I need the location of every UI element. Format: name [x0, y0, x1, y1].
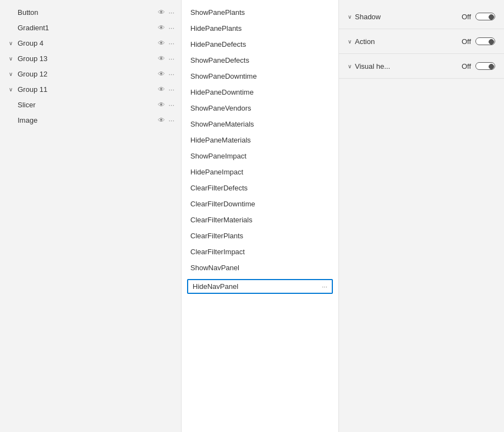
left-item-image[interactable]: Image👁···	[0, 112, 181, 128]
middle-item-1[interactable]: HidePanePlants	[182, 20, 338, 36]
left-panel: Button👁···Gradient1👁···∨Group 4👁···∨Grou…	[0, 0, 182, 432]
toggle-thumb-shadow	[489, 14, 494, 20]
toggle-container-visual-he	[475, 62, 495, 70]
row-value-shadow: Off	[462, 13, 471, 21]
middle-item-10[interactable]: HidePaneImpact	[182, 164, 338, 180]
more-options-icon[interactable]: ···	[168, 85, 174, 94]
left-item-gradient1[interactable]: Gradient1👁···	[0, 20, 181, 35]
chevron-icon: ∨	[9, 71, 17, 77]
middle-item-9[interactable]: ShowPaneImpact	[182, 148, 338, 164]
separator-action	[339, 53, 504, 54]
left-item-slicer[interactable]: Slicer👁···	[0, 97, 181, 112]
row-label-visual-he: Visual he...	[355, 62, 462, 70]
toggle-container-shadow	[475, 12, 495, 21]
middle-item-12[interactable]: ClearFilterDowntime	[182, 196, 338, 212]
right-row-visual-he: ∨ Visual he... Off	[339, 56, 504, 76]
eye-icon[interactable]: 👁	[158, 8, 165, 17]
separator-shadow	[339, 29, 504, 29]
middle-item-8[interactable]: HidePaneMaterials	[182, 132, 338, 148]
toggle-track-action	[475, 37, 495, 45]
toggle-track-visual-he	[475, 62, 495, 70]
row-label-action: Action	[355, 37, 462, 46]
middle-item-0[interactable]: ShowPanePlants	[182, 4, 338, 20]
item-label-group11: Group 11	[18, 85, 158, 94]
item-icons-slicer: 👁···	[158, 101, 174, 109]
middle-item-3[interactable]: ShowPaneDefects	[182, 52, 338, 68]
middle-panel: ShowPanePlantsHidePanePlantsHidePaneDefe…	[182, 0, 339, 432]
item-icons-group13: 👁···	[158, 54, 174, 63]
middle-item-14[interactable]: ClearFilterPlants	[182, 228, 338, 244]
toggle-track-shadow	[475, 13, 495, 20]
middle-item-11[interactable]: ClearFilterDefects	[182, 180, 338, 196]
toggle-thumb-visual-he	[489, 64, 494, 69]
chevron-icon: ∨	[9, 40, 17, 46]
row-value-visual-he: Off	[462, 62, 471, 70]
item-label-group12: Group 12	[18, 70, 158, 78]
more-options-icon[interactable]: ···	[168, 8, 174, 17]
left-item-group11[interactable]: ∨Group 11👁···	[0, 81, 181, 97]
chevron-icon: ∨	[9, 86, 17, 92]
item-icons-group12: 👁···	[158, 70, 174, 78]
row-value-action: Off	[462, 37, 471, 46]
chevron-icon-visual-he: ∨	[348, 63, 352, 69]
right-row-action: ∨ Action Off	[339, 31, 504, 51]
active-input-container: ···	[187, 279, 333, 294]
middle-item-7[interactable]: ShowPaneMaterials	[182, 116, 338, 132]
toggle-thumb-action	[489, 39, 494, 45]
item-label-button: Button	[18, 8, 158, 17]
item-label-image: Image	[18, 116, 158, 124]
left-item-group4[interactable]: ∨Group 4👁···	[0, 35, 181, 51]
more-options-icon[interactable]: ···	[168, 70, 174, 78]
middle-item-2[interactable]: HidePaneDefects	[182, 36, 338, 52]
item-icons-image: 👁···	[158, 116, 174, 124]
right-row-shadow: ∨ Shadow Off	[339, 7, 504, 26]
item-label-group13: Group 13	[18, 54, 158, 63]
middle-item-6[interactable]: ShowPaneVendors	[182, 100, 338, 116]
eye-icon[interactable]: 👁	[158, 24, 165, 32]
more-options-icon[interactable]: ···	[168, 24, 174, 32]
item-label-group4: Group 4	[18, 39, 158, 47]
toggle-container-action	[475, 37, 495, 46]
left-item-group12[interactable]: ∨Group 12👁···	[0, 66, 181, 81]
eye-icon[interactable]: 👁	[158, 39, 165, 47]
more-options-icon[interactable]: ···	[168, 101, 174, 109]
item-label-gradient1: Gradient1	[18, 24, 158, 32]
chevron-icon-action: ∨	[348, 39, 352, 45]
separator-visual-he	[339, 78, 504, 79]
item-label-slicer: Slicer	[18, 101, 158, 109]
item-icons-gradient1: 👁···	[158, 24, 174, 32]
more-options-icon[interactable]: ···	[168, 116, 174, 124]
left-item-group13[interactable]: ∨Group 13👁···	[0, 51, 181, 66]
input-more-options-icon[interactable]: ···	[322, 283, 327, 291]
eye-icon[interactable]: 👁	[158, 116, 165, 124]
item-icons-button: 👁···	[158, 8, 174, 17]
eye-icon[interactable]: 👁	[158, 70, 165, 78]
chevron-icon: ∨	[9, 56, 17, 62]
left-item-button[interactable]: Button👁···	[0, 4, 181, 20]
eye-icon[interactable]: 👁	[158, 85, 165, 94]
action-name-input[interactable]	[193, 282, 320, 291]
item-icons-group4: 👁···	[158, 39, 174, 47]
toggle-visual-he[interactable]	[475, 62, 495, 70]
row-label-shadow: Shadow	[355, 13, 462, 21]
toggle-shadow[interactable]	[475, 12, 495, 21]
toggle-action[interactable]	[475, 37, 495, 46]
middle-item-15[interactable]: ClearFilterImpact	[182, 244, 338, 260]
middle-item-4[interactable]: ShowPaneDowntime	[182, 68, 338, 84]
eye-icon[interactable]: 👁	[158, 54, 165, 63]
middle-item-13[interactable]: ClearFilterMaterials	[182, 212, 338, 228]
eye-icon[interactable]: 👁	[158, 101, 165, 109]
right-panel: ∨ Shadow Off ∨ Action Off	[339, 0, 504, 432]
middle-item-16[interactable]: ShowNavPanel	[182, 260, 338, 276]
chevron-icon-shadow: ∨	[348, 14, 352, 20]
more-options-icon[interactable]: ···	[168, 39, 174, 47]
more-options-icon[interactable]: ···	[168, 54, 174, 63]
middle-item-5[interactable]: HidePaneDowntime	[182, 84, 338, 100]
item-icons-group11: 👁···	[158, 85, 174, 94]
